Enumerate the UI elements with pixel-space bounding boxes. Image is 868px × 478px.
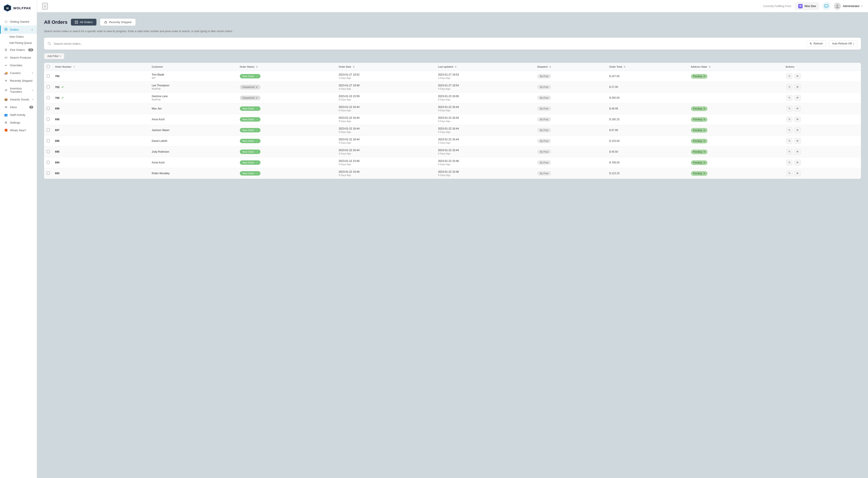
sidebar-item-orders[interactable]: Orders ▲ (0, 26, 37, 34)
status-icon: ✔ (256, 96, 258, 99)
store-name: Woo Dev (804, 4, 816, 8)
col-dispatch[interactable]: Dispatch ⇅ (535, 63, 607, 71)
view-button[interactable]: 👁 (794, 138, 801, 144)
order-number-cell: 698 (55, 118, 59, 121)
sidebar-item-search-products[interactable]: 🏷 Search Products (0, 54, 37, 61)
row-checkbox[interactable] (47, 150, 50, 153)
order-status-badge: New Order → (240, 160, 260, 165)
view-button[interactable]: 👁 (794, 106, 801, 112)
sidebar-item-whats-new[interactable]: 🎁 Whats New? (0, 126, 37, 134)
sidebar-item-inventory-transfers[interactable]: ⇄ Inventory Transfers ▾ (0, 85, 37, 96)
filter-row: Add Filter + (44, 53, 861, 59)
view-button[interactable]: 👁 (794, 95, 801, 101)
row-checkbox[interactable] (47, 96, 50, 99)
pending-x-icon: ✕ (703, 172, 705, 175)
last-updated-relative: 8 Days Ago (438, 98, 532, 101)
view-button[interactable]: 👁 (794, 160, 801, 166)
search-input[interactable] (54, 42, 804, 46)
sidebar-item-overrides[interactable]: ↩ Overrides (0, 61, 37, 69)
sidebar-item-couriers[interactable]: 🚚 Couriers ▾ (0, 69, 37, 77)
auto-refresh-button[interactable]: Auto Refresh Off ℹ (829, 40, 858, 47)
order-date-cell: 2023-01-22 15:46 (339, 170, 433, 173)
view-button[interactable]: 👁 (794, 117, 801, 122)
customer-name-cell: Max Jen (152, 107, 235, 110)
col-last-updated[interactable]: Last updated ⇅ (435, 63, 535, 71)
row-checkbox[interactable] (47, 172, 50, 175)
view-button[interactable]: 👁 (794, 171, 801, 176)
status-icon: ✔ (256, 86, 258, 89)
row-checkbox[interactable] (47, 85, 50, 88)
view-button[interactable]: 👁 (794, 127, 801, 133)
view-button[interactable]: 👁 (794, 73, 801, 79)
edit-button[interactable]: ✎ (786, 73, 793, 79)
sidebar-item-settings[interactable]: ⚙ Settings (0, 119, 37, 126)
chat-button[interactable] (823, 2, 830, 10)
order-date-cell: 2023-01-22 16:44 (339, 127, 433, 130)
edit-button[interactable]: ✎ (786, 95, 793, 101)
edit-button[interactable]: ✎ (786, 160, 793, 166)
table-row: 695Jody RobinsonNew Order →2023-01-22 16… (44, 147, 861, 157)
store-selector[interactable]: W Woo Dev (795, 2, 819, 10)
col-order-total[interactable]: Order Total ⇅ (607, 63, 688, 71)
sidebar-nav: ⬡ Getting Started Orders ▲ View Orders A… (0, 16, 37, 478)
row-checkbox[interactable] (47, 139, 50, 142)
user-area[interactable]: Administrator ▾ (834, 3, 863, 10)
sidebar-subitem-add-picking-queue[interactable]: Add Picking Queue (0, 40, 37, 46)
select-all-checkbox[interactable] (47, 65, 50, 68)
pick-orders-badge: 19 (28, 49, 33, 51)
sidebar-item-label: Inventory Transfers (10, 87, 30, 93)
sidebar-item-staff-activity[interactable]: 👥 Staff Activity (0, 111, 37, 119)
add-filter-button[interactable]: Add Filter + (44, 53, 64, 59)
order-total-cell: $ 27.00 (609, 86, 618, 89)
sidebar-item-pick-orders[interactable]: ☰ Pick Orders 19 (0, 46, 37, 54)
tab-recently-shipped[interactable]: Recently Shipped (100, 19, 136, 26)
col-order-status[interactable]: Order Status ⇅ (237, 63, 336, 71)
edit-button[interactable]: ✎ (786, 171, 793, 176)
order-date-cell: 2023-01-23 15:59 (339, 95, 433, 98)
table-row: 698Anna KochNew Order →2023-01-22 16:449… (44, 114, 861, 125)
select-all-header[interactable] (44, 63, 53, 71)
status-icon: → (255, 107, 258, 110)
address-state-badge: Pending ✕ (691, 160, 708, 165)
recently-shipped-tab-icon (104, 21, 107, 24)
row-checkbox[interactable] (47, 128, 50, 131)
order-number-cell: 693 (55, 172, 59, 175)
sidebar-item-getting-started[interactable]: ⬡ Getting Started (0, 18, 37, 26)
col-order-date[interactable]: Order Date ⇅ (336, 63, 435, 71)
tab-all-orders[interactable]: All Orders (71, 19, 96, 26)
edit-button[interactable]: ✎ (786, 127, 793, 133)
main-area: ‹ Currently Fulfilling From: W Woo Dev A… (37, 0, 868, 478)
edit-button[interactable]: ✎ (786, 149, 793, 155)
table-row: 699Max JenNew Order →2023-01-22 16:449 D… (44, 103, 861, 114)
view-button[interactable]: 👁 (794, 84, 801, 90)
customer-name-cell: Lee Thompson (152, 84, 235, 87)
edit-button[interactable]: ✎ (786, 106, 793, 112)
sidebar-item-inbox[interactable]: ✉ Inbox 0 (0, 103, 37, 111)
sidebar-item-inwards-goods[interactable]: 📦 Inwards Goods ▾ (0, 96, 37, 103)
view-button[interactable]: 👁 (794, 149, 801, 155)
sidebar-subitem-view-orders[interactable]: View Orders (0, 34, 37, 40)
order-status-badge: Dispatched ✔ (240, 96, 260, 100)
address-state-badge: Pending ✕ (691, 139, 708, 143)
edit-button[interactable]: ✎ (786, 138, 793, 144)
order-date-cell: 2023-01-22 16:44 (339, 106, 433, 109)
row-checkbox[interactable] (47, 107, 50, 110)
edit-button[interactable]: ✎ (786, 84, 793, 90)
sidebar: W WOLFPAK ⬡ Getting Started Orders ▲ Vie… (0, 0, 37, 478)
order-date-relative: 9 Days Ago (339, 109, 433, 112)
edit-button[interactable]: ✎ (786, 117, 793, 122)
row-checkbox[interactable] (47, 118, 50, 121)
orders-table: Order Number ▼ Customer Order Status ⇅ O… (44, 63, 861, 179)
refresh-button[interactable]: ↻ Refresh (806, 40, 826, 47)
row-checkbox[interactable] (47, 74, 50, 78)
customer-name-cell: Anna Koch (152, 161, 235, 164)
dispatch-badge: By Post (537, 85, 551, 89)
row-checkbox[interactable] (47, 161, 50, 164)
last-updated-relative: 9 Days Ago (438, 163, 532, 166)
col-address-state[interactable]: Address State ⇅ (688, 63, 783, 71)
sidebar-item-recently-shipped[interactable]: ✈ Recently Shipped (0, 77, 37, 85)
back-button[interactable]: ‹ (42, 3, 48, 9)
last-updated-relative: 9 Days Ago (438, 174, 532, 176)
last-updated-cell: 2023-01-22 16:44 (438, 116, 532, 119)
col-order-number[interactable]: Order Number ▼ (53, 63, 149, 71)
